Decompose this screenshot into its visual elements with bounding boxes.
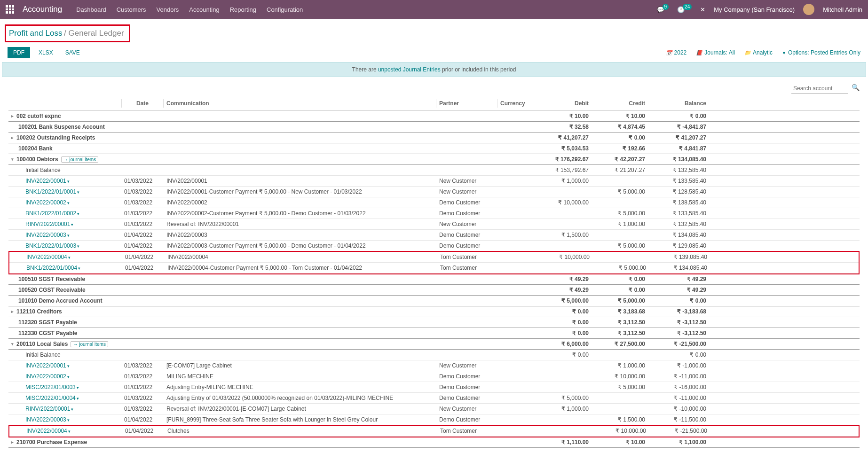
ledger-line: INV/2022/00001▾ 01/03/2022 [E-COM07] Lar… bbox=[8, 360, 860, 371]
line-balance: ₹ 139,085.40 bbox=[649, 253, 710, 261]
tray-icon[interactable]: ✕ bbox=[700, 6, 705, 13]
nav-vendors[interactable]: Vendors bbox=[157, 6, 179, 13]
filter-analytic[interactable]: Analytic bbox=[744, 49, 773, 56]
dropdown-icon[interactable]: ▾ bbox=[68, 429, 71, 434]
entry-link[interactable]: RINV/2022/00001 bbox=[25, 406, 70, 412]
account-row[interactable]: ▸100202 Outstanding Receipts ₹ 41,207.27… bbox=[8, 133, 860, 143]
line-partner: New Customer bbox=[436, 177, 497, 185]
line-balance: ₹ 138,585.40 bbox=[648, 199, 709, 206]
dropdown-icon[interactable]: ▾ bbox=[77, 396, 79, 401]
line-date: 01/03/2022 bbox=[121, 373, 164, 380]
dropdown-icon[interactable]: ▾ bbox=[67, 364, 70, 368]
dropdown-icon[interactable]: ▾ bbox=[71, 222, 73, 227]
nav-reporting[interactable]: Reporting bbox=[230, 6, 256, 13]
entry-link[interactable]: INV/2022/00001 bbox=[25, 362, 66, 369]
entry-link[interactable]: RINV/2022/00001 bbox=[25, 221, 70, 227]
account-row[interactable]: ▸210700 Purchase Expense ₹ 1,110.00 ₹ 10… bbox=[8, 437, 860, 448]
nav-customers[interactable]: Customers bbox=[117, 6, 146, 13]
entry-link[interactable]: BNK1/2022/01/0003 bbox=[25, 242, 76, 249]
dropdown-icon[interactable]: ▾ bbox=[71, 407, 73, 412]
nav-dashboard[interactable]: Dashboard bbox=[76, 6, 106, 13]
entry-link[interactable]: MISC/2022/01/0003 bbox=[25, 384, 76, 391]
folder-icon bbox=[744, 49, 751, 56]
line-partner: New Customer bbox=[436, 405, 497, 413]
debit: ₹ 0.00 bbox=[540, 308, 592, 315]
filter-options[interactable]: Options: Posted Entries Only bbox=[782, 49, 860, 56]
caret-icon[interactable]: ▸ bbox=[11, 114, 14, 118]
line-balance: ₹ -16,000.00 bbox=[648, 383, 709, 391]
dropdown-icon[interactable]: ▾ bbox=[77, 190, 79, 195]
dropdown-icon[interactable]: ▾ bbox=[67, 201, 70, 205]
app-title[interactable]: Accounting bbox=[23, 5, 62, 14]
entry-link[interactable]: INV/2022/00003 bbox=[25, 232, 66, 238]
nav-configuration[interactable]: Configuration bbox=[267, 6, 303, 13]
dropdown-icon[interactable]: ▾ bbox=[67, 375, 70, 379]
account-row[interactable]: 100204 Bank ₹ 5,034.53 ₹ 192.66 ₹ 4,841.… bbox=[8, 143, 860, 154]
entry-link[interactable]: INV/2022/00002 bbox=[25, 373, 66, 380]
caret-icon[interactable]: ▸ bbox=[11, 309, 14, 314]
account-row[interactable]: ▾200110 Local Sales→ journal items ₹ 6,0… bbox=[8, 339, 860, 350]
account-row[interactable]: ▾100400 Debtors→ journal items ₹ 176,292… bbox=[8, 154, 860, 165]
line-balance: ₹ -10,000.00 bbox=[648, 405, 709, 413]
xlsx-button[interactable]: XLSX bbox=[35, 47, 57, 58]
line-date: 01/04/2022 bbox=[121, 231, 164, 239]
account-row[interactable]: 112330 CGST Payable ₹ 0.00 ₹ 3,112.50 ₹ … bbox=[8, 328, 860, 339]
entry-link[interactable]: INV/2022/00004 bbox=[26, 428, 67, 434]
entry-link[interactable]: INV/2022/00001 bbox=[25, 178, 66, 184]
messages-icon[interactable]: 💬9 bbox=[657, 6, 669, 13]
dropdown-icon[interactable]: ▾ bbox=[67, 418, 70, 422]
dropdown-icon[interactable]: ▾ bbox=[67, 233, 70, 238]
dropdown-icon[interactable]: ▾ bbox=[77, 244, 79, 249]
credit: ₹ 4,874.45 bbox=[592, 123, 648, 131]
ledger-line: INV/2022/00004▾ 01/04/2022 INV/2022/0000… bbox=[9, 252, 859, 263]
company-switcher[interactable]: My Company (San Francisco) bbox=[714, 6, 795, 13]
account-row[interactable]: ▸002 cutoff expnc ₹ 10.00 ₹ 10.00 ₹ 0.00 bbox=[8, 111, 860, 122]
entry-link[interactable]: BNK1/2022/01/0001 bbox=[25, 188, 76, 195]
account-row[interactable]: 101010 Demo Accrued Account ₹ 5,000.00 ₹… bbox=[8, 296, 860, 306]
caret-icon[interactable]: ▾ bbox=[11, 157, 14, 162]
entry-link[interactable]: MISC/2022/01/0004 bbox=[25, 395, 76, 401]
search-input[interactable] bbox=[791, 84, 848, 94]
journal-items-link[interactable]: → journal items bbox=[71, 341, 108, 347]
dropdown-icon[interactable]: ▾ bbox=[77, 211, 79, 216]
account-row[interactable]: 112320 SGST Payable ₹ 0.00 ₹ 3,112.50 ₹ … bbox=[8, 317, 860, 328]
highlight-box: INV/2022/00004▾ 01/04/2022 Clutches Tom … bbox=[8, 425, 860, 437]
account-row[interactable]: 100201 Bank Suspense Account ₹ 32.58 ₹ 4… bbox=[8, 122, 860, 133]
avatar[interactable] bbox=[803, 4, 814, 15]
activities-icon[interactable]: 🕐24 bbox=[677, 6, 692, 13]
balance: ₹ -4,841.87 bbox=[648, 123, 709, 131]
save-button[interactable]: SAVE bbox=[62, 47, 84, 58]
filter-year[interactable]: 2022 bbox=[666, 49, 687, 56]
entry-link[interactable]: INV/2022/00004 bbox=[26, 254, 67, 260]
nav-accounting[interactable]: Accounting bbox=[189, 6, 219, 13]
balance: ₹ -21,500.00 bbox=[648, 340, 709, 348]
entry-link[interactable]: BNK1/2022/01/0004 bbox=[26, 265, 77, 271]
apps-icon[interactable] bbox=[6, 5, 14, 14]
account-row[interactable]: 100520 CGST Receivable ₹ 49.29 ₹ 0.00 ₹ … bbox=[8, 285, 860, 296]
pdf-button[interactable]: PDF bbox=[8, 47, 30, 58]
initial-balance-row: Initial Balance ₹ 153,792.67 ₹ 21,207.27… bbox=[8, 165, 860, 176]
user-name[interactable]: Mitchell Admin bbox=[823, 6, 862, 13]
entry-link[interactable]: INV/2022/00002 bbox=[25, 199, 66, 206]
unposted-link[interactable]: unposted Journal Entries bbox=[378, 66, 441, 73]
breadcrumb-parent[interactable]: Profit and Loss bbox=[9, 29, 62, 38]
dropdown-icon[interactable]: ▾ bbox=[78, 266, 80, 271]
caret-icon[interactable]: ▸ bbox=[11, 440, 14, 445]
balance: ₹ 134,085.40 bbox=[648, 156, 709, 163]
entry-link[interactable]: BNK1/2022/01/0002 bbox=[25, 210, 76, 217]
caret-icon[interactable]: ▸ bbox=[11, 135, 14, 140]
debit: ₹ 49.29 bbox=[540, 275, 592, 283]
caret-icon[interactable]: ▾ bbox=[11, 342, 14, 346]
filter-journals[interactable]: Journals: All bbox=[696, 49, 735, 56]
line-credit bbox=[592, 257, 649, 258]
dropdown-icon[interactable]: ▾ bbox=[77, 385, 79, 390]
dropdown-icon[interactable]: ▾ bbox=[68, 255, 71, 260]
journal-items-link[interactable]: → journal items bbox=[61, 156, 98, 163]
entry-link[interactable]: INV/2022/00003 bbox=[25, 416, 66, 423]
line-date: 01/04/2022 bbox=[121, 242, 164, 250]
account-row[interactable]: ▸112110 Creditors ₹ 0.00 ₹ 3,183.68 ₹ -3… bbox=[8, 306, 860, 317]
line-balance: ₹ -11,000.00 bbox=[648, 394, 709, 402]
dropdown-icon[interactable]: ▾ bbox=[67, 179, 70, 184]
account-row[interactable]: 100510 SGST Receivable ₹ 49.29 ₹ 0.00 ₹ … bbox=[8, 274, 860, 285]
search-icon[interactable]: 🔍 bbox=[852, 84, 860, 94]
